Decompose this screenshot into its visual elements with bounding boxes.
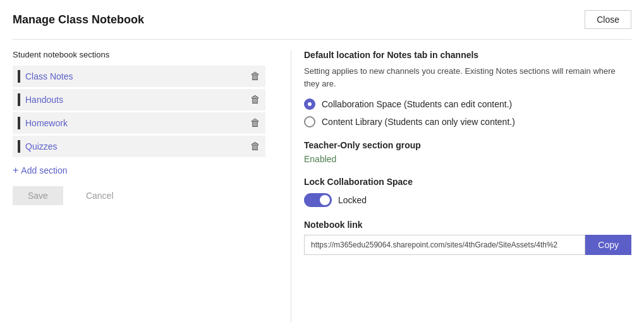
radio-collaboration-label: Collaboration Space (Students can edit c… — [322, 99, 512, 109]
item-name: Quizzes — [25, 141, 245, 151]
drag-handle[interactable] — [18, 93, 20, 106]
header-divider — [13, 39, 631, 40]
copy-button[interactable]: Copy — [585, 235, 631, 255]
notebook-link-input[interactable]: https://m365edu259064.sharepoint.com/sit… — [304, 235, 585, 255]
lock-label: Locked — [338, 195, 367, 205]
notebook-item: Homework 🗑 — [13, 112, 265, 134]
radio-content-library-label: Content Library (Students can only view … — [322, 117, 515, 127]
radio-content-library[interactable]: Content Library (Students can only view … — [304, 116, 631, 127]
left-panel: Student notebook sections Class Notes 🗑 … — [13, 50, 291, 322]
delete-icon[interactable]: 🗑 — [250, 94, 260, 105]
drag-handle[interactable] — [18, 70, 20, 83]
delete-icon[interactable]: 🗑 — [250, 117, 260, 129]
notebook-link-title: Notebook link — [304, 220, 631, 230]
teacher-section-title: Teacher-Only section group — [304, 140, 631, 150]
notebook-item: Class Notes 🗑 — [13, 66, 265, 87]
lock-toggle[interactable] — [304, 193, 332, 207]
drag-handle[interactable] — [18, 117, 20, 129]
main-content: Student notebook sections Class Notes 🗑 … — [13, 50, 631, 322]
drag-handle[interactable] — [18, 140, 20, 153]
page-header: Manage Class Notebook Close — [13, 10, 631, 29]
page-title: Manage Class Notebook — [13, 13, 144, 27]
close-button[interactable]: Close — [585, 10, 631, 29]
notes-tab-title: Default location for Notes tab in channe… — [304, 50, 631, 60]
notes-tab-desc: Setting applies to new channels you crea… — [304, 65, 631, 90]
item-name: Handouts — [25, 95, 245, 105]
radio-collaboration[interactable]: Collaboration Space (Students can edit c… — [304, 98, 631, 110]
lock-title: Lock Collaboration Space — [304, 177, 631, 187]
cancel-button[interactable]: Cancel — [71, 186, 129, 205]
radio-group: Collaboration Space (Students can edit c… — [304, 98, 631, 127]
add-section-label: Add section — [21, 165, 67, 175]
notebook-item: Quizzes 🗑 — [13, 136, 265, 157]
radio-unselected-icon — [304, 116, 315, 127]
plus-icon: + — [13, 165, 18, 176]
toggle-knob — [320, 195, 330, 205]
delete-icon[interactable]: 🗑 — [250, 71, 260, 82]
action-buttons: Save Cancel — [13, 186, 265, 205]
right-panel: Default location for Notes tab in channe… — [291, 50, 631, 322]
item-name: Class Notes — [25, 71, 245, 81]
section-label: Student notebook sections — [13, 50, 265, 59]
teacher-section-status: Enabled — [304, 154, 631, 164]
item-name: Homework — [25, 118, 245, 128]
notebook-item: Handouts 🗑 — [13, 89, 265, 110]
save-button[interactable]: Save — [13, 186, 63, 205]
radio-selected-icon — [304, 98, 315, 110]
notebook-link-row: https://m365edu259064.sharepoint.com/sit… — [304, 235, 631, 255]
add-section-button[interactable]: + Add section — [13, 165, 265, 176]
notebook-list: Class Notes 🗑 Handouts 🗑 Homework 🗑 Quiz… — [13, 66, 265, 157]
lock-row: Locked — [304, 193, 631, 207]
delete-icon[interactable]: 🗑 — [250, 141, 260, 152]
